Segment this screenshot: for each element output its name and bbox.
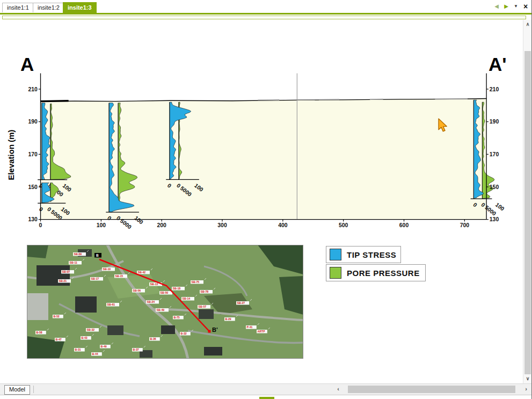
- svg-text:B-43: B-43: [82, 336, 88, 339]
- tab-insite1-1[interactable]: insite1:1: [2, 3, 34, 12]
- vertical-scroll-thumb[interactable]: [524, 51, 531, 374]
- scroll-down-icon[interactable]: ∨: [523, 375, 532, 383]
- section-label-a-prime: A': [489, 54, 507, 75]
- legend-pore-pressure: PORE PRESSURE: [326, 264, 426, 281]
- axis-tick-label: 170: [490, 151, 499, 157]
- axis-tick-label: 190: [28, 119, 38, 125]
- svg-text:SB-42: SB-42: [138, 271, 146, 274]
- axis-tick-label: 210: [490, 86, 499, 92]
- svg-text:P-41: P-41: [247, 325, 253, 329]
- axis-tick-label: 100: [97, 222, 106, 228]
- tab-insite1-2[interactable]: insite1:2: [33, 3, 64, 12]
- svg-text:SB-56: SB-56: [133, 289, 141, 292]
- svg-text:SB-27: SB-27: [237, 301, 245, 304]
- axis-tick-label: 700: [460, 222, 470, 228]
- axis-tick-label: 170: [28, 151, 38, 157]
- pore-pressure-label: PORE PRESSURE: [347, 269, 420, 278]
- svg-text:SB-11: SB-11: [70, 261, 78, 264]
- y-axis-title: Elevation (m): [6, 107, 16, 204]
- pore-pressure-swatch: [330, 267, 341, 279]
- svg-text:B-31: B-31: [75, 348, 81, 351]
- svg-text:B-36: B-36: [150, 337, 156, 340]
- bottom-bar-separator: [33, 386, 34, 393]
- axis-tick-label: 210: [28, 86, 38, 92]
- axis-tick-label: 500: [339, 222, 348, 228]
- svg-text:SB-50: SB-50: [161, 291, 169, 294]
- axis-tick-label: 130: [28, 216, 38, 222]
- horizontal-scroll-thumb[interactable]: [348, 386, 515, 393]
- tab-scroll-left-icon[interactable]: ◀: [493, 2, 500, 11]
- svg-text:SB-21: SB-21: [59, 279, 67, 282]
- cpt-sub-axis-label: 100: [494, 201, 506, 212]
- svg-text:SB-49: SB-49: [157, 308, 165, 311]
- svg-text:SB-57: SB-57: [199, 305, 207, 308]
- tip-stress-label: TIP STRESS: [347, 250, 396, 259]
- tab-scroll-right-icon[interactable]: ▶: [502, 2, 510, 11]
- vertical-scrollbar[interactable]: ∧ ∨: [523, 20, 531, 383]
- legend-tip-stress: TIP STRESS: [326, 246, 401, 263]
- axis-tick-label: 150: [28, 184, 38, 190]
- section-label-a: A: [20, 54, 34, 75]
- svg-text:SB-07: SB-07: [62, 270, 70, 273]
- axis-tick-label: 190: [490, 119, 499, 125]
- svg-text:B-29: B-29: [225, 317, 231, 321]
- ruler-box: [2, 16, 526, 19]
- site-map-image[interactable]: SB-09SB-11SB-07SB-21SB-17SB-10SB-15SB-42…: [27, 245, 303, 359]
- svg-text:SB-14: SB-14: [183, 297, 191, 300]
- svg-text:SB-09: SB-09: [74, 252, 82, 256]
- axis-tick-label: 600: [399, 222, 409, 228]
- app-window: insite1:1 insite1:2 insite1:3 ◀ ▶ ▼ × A …: [0, 0, 532, 399]
- axis-tick-label: 400: [278, 222, 288, 228]
- svg-text:SB-15: SB-15: [115, 274, 123, 278]
- close-icon[interactable]: ×: [522, 2, 529, 11]
- svg-text:SB-78: SB-78: [201, 290, 209, 293]
- svg-text:B-58: B-58: [37, 331, 42, 334]
- ruler-strip: [0, 14, 531, 20]
- axis-tick-label: 150: [490, 184, 499, 190]
- svg-text:B-37: B-37: [133, 348, 139, 351]
- tab-insite1-3[interactable]: insite1:3: [63, 2, 97, 13]
- scroll-up-icon[interactable]: ∧: [523, 20, 532, 29]
- cursor-arrow-icon: [438, 118, 451, 134]
- svg-text:B-47: B-47: [56, 338, 62, 341]
- bottom-bar: Model ‹ ›: [0, 383, 531, 395]
- svg-text:B': B': [212, 327, 218, 333]
- tip-stress-swatch: [330, 249, 341, 260]
- tab-bar: insite1:1 insite1:2 insite1:3 ◀ ▶ ▼ ×: [0, 0, 531, 13]
- svg-text:B: B: [96, 253, 99, 257]
- svg-text:SB-32: SB-32: [87, 328, 95, 331]
- axis-tick-label: 0: [39, 222, 42, 228]
- scroll-left-icon[interactable]: ‹: [334, 385, 342, 394]
- axis-tick-label: 200: [157, 222, 166, 228]
- svg-text:B-49: B-49: [101, 345, 107, 348]
- svg-text:B-32: B-32: [181, 332, 187, 335]
- resize-grip: [259, 397, 274, 399]
- svg-text:SB-18: SB-18: [173, 287, 181, 290]
- svg-text:SB-24: SB-24: [147, 300, 155, 303]
- tab-menu-icon[interactable]: ▼: [512, 2, 520, 11]
- axis-tick-label: 130: [490, 216, 499, 222]
- drawing-canvas[interactable]: A A' Elevation (m) 00 500010000 50001000…: [0, 20, 523, 383]
- status-strip: [0, 395, 531, 399]
- scroll-right-icon[interactable]: ›: [522, 385, 530, 394]
- svg-text:SB-10: SB-10: [103, 267, 111, 271]
- axis-tick-label: 300: [217, 222, 227, 228]
- svg-text:ARTP: ARTP: [258, 330, 266, 333]
- svg-text:B-44: B-44: [92, 352, 98, 356]
- svg-text:SB-75: SB-75: [192, 280, 200, 284]
- svg-text:B-52: B-52: [54, 315, 60, 318]
- svg-text:SB-61: SB-61: [107, 303, 115, 306]
- ground-fill: [41, 98, 487, 219]
- svg-text:B-75: B-75: [174, 316, 180, 319]
- model-tab[interactable]: Model: [4, 385, 30, 395]
- svg-text:SB-13: SB-13: [150, 282, 158, 286]
- svg-text:SB-17: SB-17: [91, 277, 99, 280]
